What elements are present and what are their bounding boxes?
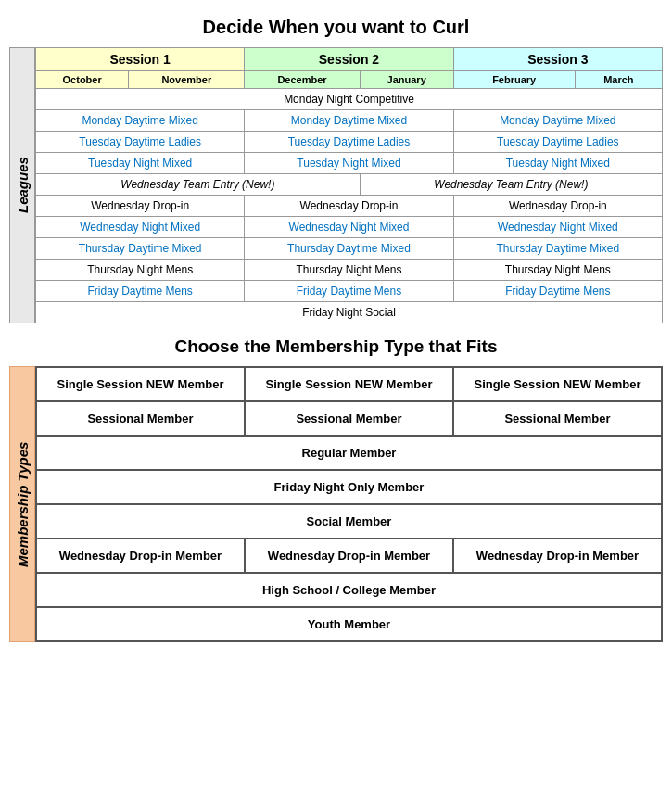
membership-row: Youth Member — [36, 607, 662, 641]
league-row: Tuesday Night MixedTuesday Night MixedTu… — [36, 153, 663, 174]
month-dec: December — [245, 71, 360, 89]
membership-row: Regular Member — [36, 436, 662, 470]
league-row: Thursday Night MensThursday Night MensTh… — [36, 260, 663, 281]
session3-header: Session 3 — [453, 48, 662, 71]
month-feb: February — [453, 71, 575, 89]
session2-header: Session 2 — [245, 48, 453, 71]
leagues-section: Leagues Session 1 Session 2 Session 3 Oc… — [9, 47, 663, 323]
membership-row: High School / College Member — [36, 573, 662, 607]
membership-row: Wednesday Drop-in MemberWednesday Drop-i… — [36, 539, 662, 573]
month-mar: March — [575, 71, 662, 89]
league-row: Monday Daytime MixedMonday Daytime Mixed… — [36, 110, 663, 132]
page-title: Decide When you want to Curl — [9, 17, 663, 38]
membership-row: Sessional MemberSessional MemberSessiona… — [36, 401, 662, 436]
membership-label: Membership Types — [9, 366, 35, 642]
membership-table: Single Session NEW MemberSingle Session … — [35, 366, 663, 642]
league-row: Thursday Daytime MixedThursday Daytime M… — [36, 238, 663, 260]
leagues-label: Leagues — [9, 47, 35, 323]
membership-row: Friday Night Only Member — [36, 470, 662, 504]
session-header-row: Session 1 Session 2 Session 3 — [36, 48, 663, 71]
month-nov: November — [129, 71, 245, 89]
membership-tbody: Single Session NEW MemberSingle Session … — [36, 367, 662, 641]
league-row: Monday Night Competitive — [36, 89, 663, 110]
membership-table-container: Single Session NEW MemberSingle Session … — [35, 366, 663, 642]
league-row: Wednesday Team Entry (New!)Wednesday Tea… — [36, 174, 663, 196]
league-row: Tuesday Daytime LadiesTuesday Daytime La… — [36, 132, 663, 153]
membership-row: Social Member — [36, 504, 662, 539]
month-jan: January — [360, 71, 453, 89]
month-oct: October — [36, 71, 129, 89]
membership-section: Membership Types Single Session NEW Memb… — [9, 366, 663, 642]
months-header-row: October November December January Februa… — [36, 71, 663, 89]
league-row: Friday Daytime MensFriday Daytime MensFr… — [36, 281, 663, 302]
session1-header: Session 1 — [36, 48, 245, 71]
membership-row: Single Session NEW MemberSingle Session … — [36, 367, 662, 401]
membership-title: Choose the Membership Type that Fits — [9, 336, 663, 357]
leagues-table-container: Session 1 Session 2 Session 3 October No… — [35, 47, 663, 323]
leagues-table: Session 1 Session 2 Session 3 October No… — [35, 47, 663, 323]
league-row: Friday Night Social — [36, 302, 663, 323]
league-row: Wednesday Drop-inWednesday Drop-inWednes… — [36, 196, 663, 217]
league-row: Wednesday Night MixedWednesday Night Mix… — [36, 217, 663, 238]
leagues-tbody: Monday Night CompetitiveMonday Daytime M… — [36, 89, 663, 323]
